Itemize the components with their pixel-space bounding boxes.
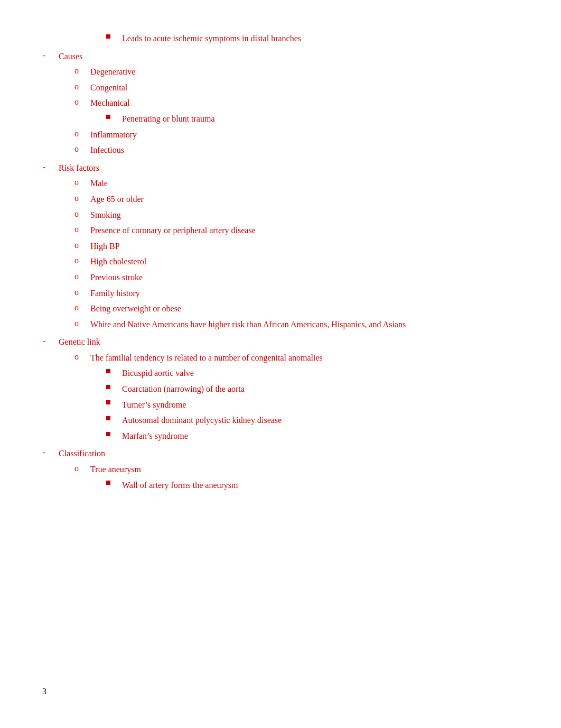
item-text: Risk factors (59, 161, 99, 175)
item-text: Inflammatory (90, 128, 137, 142)
list-item: o The familial tendency is related to a … (74, 351, 518, 365)
list-item: o High BP (74, 239, 518, 253)
list-item: - Risk factors (43, 161, 518, 175)
bullet-icon (106, 382, 122, 389)
item-text: Genetic link (59, 335, 100, 349)
circle-icon: o (74, 224, 90, 234)
circle-icon: o (74, 351, 90, 362)
item-text: Family history (90, 287, 140, 300)
list-item: o Inflammatory (74, 128, 518, 142)
causes-section: - Causes o Degenerative o Congenital o M… (43, 50, 518, 157)
list-item: Leads to acute ischemic symptoms in dist… (106, 32, 518, 45)
dash-icon: - (43, 335, 59, 346)
circle-icon: o (74, 318, 90, 328)
list-item: Bicuspid aortic valve (106, 366, 518, 380)
dash-icon: - (43, 161, 59, 172)
circle-icon: o (74, 177, 90, 187)
list-item: o Infectious (74, 143, 518, 157)
list-item: o Smoking (74, 208, 518, 222)
item-text: Classification (59, 447, 105, 460)
item-text: Presence of coronary or peripheral arter… (90, 224, 256, 237)
list-item: - Classification (43, 447, 518, 460)
list-item: o White and Native Americans have higher… (74, 318, 518, 331)
bullet-icon (106, 112, 122, 119)
bullet-icon (106, 366, 122, 373)
genetic-link-section: - Genetic link o The familial tendency i… (43, 335, 518, 443)
circle-icon: o (74, 96, 90, 107)
item-text: Turner’s syndrome (122, 398, 186, 412)
item-text: Previous stroke (90, 271, 143, 284)
circle-icon: o (74, 128, 90, 139)
circle-icon: o (74, 208, 90, 219)
bullet-icon (106, 32, 122, 39)
item-text: Infectious (90, 143, 124, 157)
item-text: Autosomal dominant polycystic kidney dis… (122, 413, 282, 427)
circle-icon: o (74, 192, 90, 203)
list-item: o High cholesterol (74, 255, 518, 269)
bullet-icon (106, 478, 122, 485)
circle-icon: o (74, 65, 90, 76)
list-item: Wall of artery forms the aneurysm (106, 478, 518, 492)
item-text: Wall of artery forms the aneurysm (122, 478, 238, 492)
list-item: o Being overweight or obese (74, 302, 518, 316)
list-item: Coarctation (narrowing) of the aorta (106, 382, 518, 396)
list-item: o Previous stroke (74, 271, 518, 284)
list-item: - Causes (43, 50, 518, 63)
list-item: Autosomal dominant polycystic kidney dis… (106, 413, 518, 427)
item-text: Bicuspid aortic valve (122, 366, 194, 380)
item-text: Penetrating or blunt trauma (122, 112, 215, 126)
list-item: - Genetic link (43, 335, 518, 349)
list-item: Marfan’s syndrome (106, 429, 518, 443)
list-item: o Degenerative (74, 65, 518, 79)
page-number: 3 (42, 687, 46, 696)
bullet-icon (106, 429, 122, 436)
item-text: White and Native Americans have higher r… (90, 318, 406, 331)
item-text: Congenital (90, 81, 127, 95)
main-content: Leads to acute ischemic symptoms in dist… (43, 32, 518, 492)
item-text: Age 65 or older (90, 192, 144, 206)
list-item: Turner’s syndrome (106, 398, 518, 412)
list-item: o Mechanical (74, 96, 518, 110)
risk-factors-section: - Risk factors o Male o Age 65 or older … (43, 161, 518, 331)
circle-icon: o (74, 255, 90, 265)
list-item: o Presence of coronary or peripheral art… (74, 224, 518, 237)
list-item: Penetrating or blunt trauma (106, 112, 518, 126)
dash-icon: - (43, 447, 59, 457)
circle-icon: o (74, 271, 90, 281)
item-text: Degenerative (90, 65, 135, 79)
item-text: Causes (59, 50, 82, 63)
circle-icon: o (74, 302, 90, 312)
list-item: o Family history (74, 287, 518, 300)
item-text: Mechanical (90, 96, 130, 110)
item-text: High BP (90, 239, 120, 253)
item-text: Being overweight or obese (90, 302, 181, 316)
item-text: The familial tendency is related to a nu… (90, 351, 323, 365)
list-item: o True aneurysm (74, 463, 518, 476)
bullet-icon (106, 398, 122, 405)
item-text: Leads to acute ischemic symptoms in dist… (122, 32, 301, 45)
dash-icon: - (43, 50, 59, 60)
list-item: o Male (74, 177, 518, 190)
bullet-icon (106, 413, 122, 420)
circle-icon: o (74, 143, 90, 154)
item-text: High cholesterol (90, 255, 146, 269)
item-text: True aneurysm (90, 463, 141, 476)
circle-icon: o (74, 239, 90, 250)
list-item: o Congenital (74, 81, 518, 95)
item-text: Male (90, 177, 108, 190)
circle-icon: o (74, 463, 90, 473)
item-text: Coarctation (narrowing) of the aorta (122, 382, 245, 396)
item-text: Smoking (90, 208, 121, 222)
list-item: o Age 65 or older (74, 192, 518, 206)
circle-icon: o (74, 81, 90, 91)
item-text: Marfan’s syndrome (122, 429, 188, 443)
classification-section: - Classification o True aneurysm Wall of… (43, 447, 518, 492)
circle-icon: o (74, 287, 90, 297)
